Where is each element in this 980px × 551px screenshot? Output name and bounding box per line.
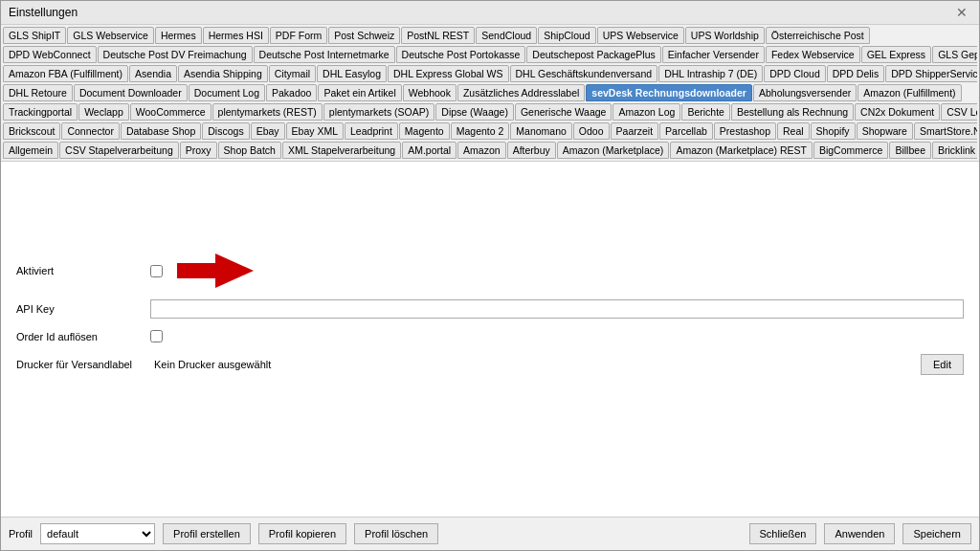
profil-erstellen-button[interactable]: Profil erstellen xyxy=(163,523,251,544)
tab-hermes[interactable]: Hermes xyxy=(155,27,202,44)
tab-dpd-shipperservice[interactable]: DPD ShipperService (CH) xyxy=(885,65,977,82)
tab-dhl-geschaeftskunden[interactable]: DHL Geschäftskundenversand xyxy=(510,65,658,82)
tab-smartstore-net[interactable]: SmartStore.NET xyxy=(914,122,977,140)
tab-dhl-intraship[interactable]: DHL Intraship 7 (DE) xyxy=(658,65,763,82)
tab-amazon-fba[interactable]: Amazon FBA (Fulfillment) xyxy=(3,65,128,82)
tab-brickscout[interactable]: Brickscout xyxy=(3,122,60,140)
tab-gel-express[interactable]: GEL Express xyxy=(861,46,931,63)
tab-odoo[interactable]: Odoo xyxy=(573,122,610,140)
tab-csv-log[interactable]: CSV Log xyxy=(941,103,977,121)
profil-kopieren-button[interactable]: Profil kopieren xyxy=(258,523,346,544)
tab-real[interactable]: Real xyxy=(777,122,810,140)
tab-sendcloud[interactable]: SendCloud xyxy=(476,27,537,44)
tab-row-1: GLS ShipIT GLS Webservice Hermes Hermes … xyxy=(3,27,977,45)
close-window-button[interactable]: ✕ xyxy=(952,5,971,20)
tab-paket-ein-artikel[interactable]: Paket ein Artikel xyxy=(318,84,401,101)
tab-webhook[interactable]: Webhook xyxy=(403,84,457,101)
tab-dhl-easylog[interactable]: DHL Easylog xyxy=(317,65,387,82)
tab-amazon-log[interactable]: Amazon Log xyxy=(612,103,680,121)
tab-amazon-marketplace[interactable]: Amazon (Marketplace) xyxy=(557,142,670,159)
tab-bricklink[interactable]: Bricklink xyxy=(932,142,977,159)
schliessen-button[interactable]: Schließen xyxy=(749,523,817,544)
tab-magento-2[interactable]: Magento 2 xyxy=(451,122,510,140)
tab-dipse-waage[interactable]: Dipse (Waage) xyxy=(435,103,514,121)
tab-dpd-delis[interactable]: DPD Delis xyxy=(827,65,884,82)
tab-xml-stapelverarbeitung[interactable]: XML Stapelverarbeitung xyxy=(282,142,401,159)
tab-fedex-webservice[interactable]: Fedex Webservice xyxy=(766,46,860,63)
tab-cn2x-dokument[interactable]: CN2x Dokument xyxy=(855,103,940,121)
tab-woocommerce[interactable]: WooCommerce xyxy=(130,103,212,121)
tab-discogs[interactable]: Discogs xyxy=(202,122,249,140)
tab-csv-stapelverarbeitung[interactable]: CSV Stapelverarbeitung xyxy=(59,142,179,159)
tab-magento[interactable]: Magento xyxy=(399,122,450,140)
aktiviert-checkbox[interactable] xyxy=(150,265,163,277)
tab-document-log[interactable]: Document Log xyxy=(189,84,265,101)
api-key-input[interactable] xyxy=(150,299,964,319)
tab-billbee[interactable]: Billbee xyxy=(889,142,931,159)
tab-ebay-xml[interactable]: Ebay XML xyxy=(286,122,344,140)
tab-amazon-marketplace-rest[interactable]: Amazon (Marketplace) REST xyxy=(670,142,813,159)
tab-deutschepost-packageplus[interactable]: Deutschepost PackagePlus xyxy=(526,46,660,63)
tab-manomano[interactable]: Manomano xyxy=(510,122,572,140)
tab-proxy[interactable]: Proxy xyxy=(180,142,217,159)
tab-row-6: Allgemein CSV Stapelverarbeitung Proxy S… xyxy=(3,142,977,160)
tab-shopware[interactable]: Shopware xyxy=(857,122,913,140)
tab-dpd-webconnect[interactable]: DPD WebConnect xyxy=(3,46,97,63)
tab-pakadoo[interactable]: Pakadoo xyxy=(266,84,317,101)
tab-einfacher-versender[interactable]: Einfacher Versender xyxy=(662,46,765,63)
tab-shop-batch[interactable]: Shop Batch xyxy=(218,142,281,159)
tab-berichte[interactable]: Berichte xyxy=(681,103,730,121)
tab-amazon-fulfillment[interactable]: Amazon (Fulfillment) xyxy=(858,84,961,101)
tab-ebay[interactable]: Ebay xyxy=(251,122,285,140)
tab-trackingportal[interactable]: Trackingportal xyxy=(3,103,78,121)
tab-post-schweiz[interactable]: Post Schweiz xyxy=(328,27,400,44)
tab-ups-worldship[interactable]: UPS Worldship xyxy=(685,27,765,44)
tab-gls-shipit[interactable]: GLS ShipIT xyxy=(3,27,66,44)
profil-loschen-button[interactable]: Profil löschen xyxy=(354,523,438,544)
anwenden-button[interactable]: Anwenden xyxy=(824,523,895,544)
tab-deutsche-post-portokasse[interactable]: Deutsche Post Portokasse xyxy=(396,46,526,63)
tab-gls-webservice[interactable]: GLS Webservice xyxy=(67,27,154,44)
tab-prestashop[interactable]: Prestashop xyxy=(714,122,776,140)
tab-dpd-cloud[interactable]: DPD Cloud xyxy=(764,65,826,82)
profil-select[interactable]: default xyxy=(40,523,155,544)
tab-sevdesk-rechnungsdownloader[interactable]: sevDesk Rechnungsdownloader xyxy=(586,84,752,101)
tab-allgemein[interactable]: Allgemein xyxy=(3,142,58,159)
tab-generische-waage[interactable]: Generische Waage xyxy=(515,103,612,121)
tab-connector[interactable]: Connector xyxy=(61,122,119,140)
tab-shopify[interactable]: Shopify xyxy=(811,122,856,140)
edit-button[interactable]: Edit xyxy=(921,354,964,375)
tab-afterbuy[interactable]: Afterbuy xyxy=(507,142,556,159)
tab-deutsche-post-dv[interactable]: Deutsche Post DV Freimachung xyxy=(98,46,253,63)
tab-amazon[interactable]: Amazon xyxy=(457,142,506,159)
tab-bigcommerce[interactable]: BigCommerce xyxy=(813,142,889,159)
tab-leadprint[interactable]: Leadprint xyxy=(345,122,398,140)
tab-parcellab[interactable]: Parcellab xyxy=(659,122,713,140)
tab-am-portal[interactable]: AM.portal xyxy=(402,142,457,159)
speichern-button[interactable]: Speichern xyxy=(902,523,971,544)
tab-ups-webservice[interactable]: UPS Webservice xyxy=(597,27,684,44)
tab-dhl-express-global[interactable]: DHL Express Global WS xyxy=(388,65,509,82)
order-id-checkbox[interactable] xyxy=(150,330,163,342)
tab-database-shop[interactable]: Database Shop xyxy=(121,122,201,140)
tab-osterreichische-post[interactable]: Österreichische Post xyxy=(766,27,870,44)
tab-deutsche-post-internetmarke[interactable]: Deutsche Post Internetmarke xyxy=(254,46,395,63)
tab-plentymarkets-rest[interactable]: plentymarkets (REST) xyxy=(212,103,323,121)
tab-hermes-hsi[interactable]: Hermes HSI xyxy=(203,27,269,44)
tab-dhl-retoure[interactable]: DHL Retoure xyxy=(3,84,73,101)
tab-asendia[interactable]: Asendia xyxy=(129,65,177,82)
tab-document-downloader[interactable]: Document Downloader xyxy=(74,84,188,101)
tab-weclapp[interactable]: Weclapp xyxy=(78,103,129,121)
tab-postnl-rest[interactable]: PostNL REST xyxy=(401,27,475,44)
tab-asendia-shipping[interactable]: Asendia Shipping xyxy=(178,65,268,82)
tab-plentymarkets-soap[interactable]: plentymarkets (SOAP) xyxy=(323,103,434,121)
tab-row-4: Trackingportal Weclapp WooCommerce plent… xyxy=(3,103,977,121)
tab-citymail[interactable]: Citymail xyxy=(269,65,316,82)
tab-zusatzliches-addresslabel[interactable]: Zusätzliches Addresslabel xyxy=(457,84,585,101)
tab-paarzeit[interactable]: Paarzeit xyxy=(611,122,659,140)
tab-gls-gepard[interactable]: GLS Gepard xyxy=(932,46,977,63)
tab-bestellung-rechnung[interactable]: Bestellung als Rechnung xyxy=(731,103,854,121)
tab-shipcloud[interactable]: ShipCloud xyxy=(538,27,595,44)
tab-pdf-form[interactable]: PDF Form xyxy=(270,27,327,44)
tab-abholungsversender[interactable]: Abholungsversender xyxy=(753,84,857,101)
